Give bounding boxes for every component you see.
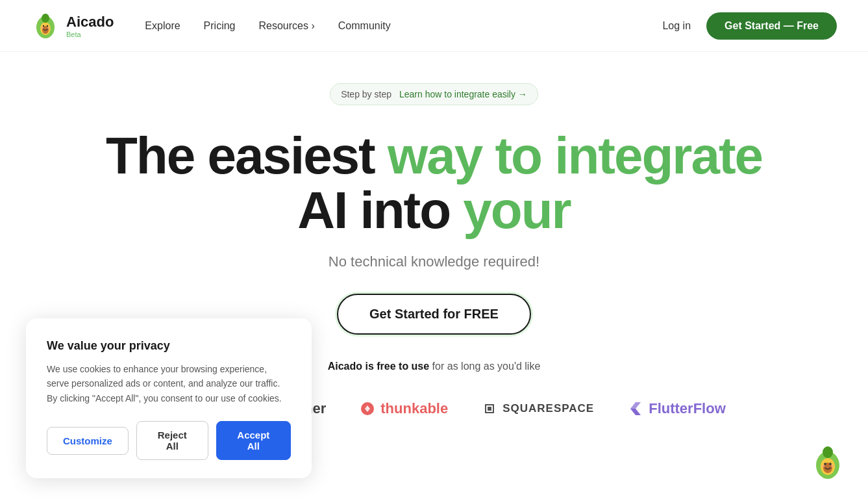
floating-avocado-icon: [808, 442, 847, 481]
hero-title-dark-1: The easiest: [106, 127, 388, 185]
hero-title-dark-2: AI into: [297, 181, 463, 239]
squarespace-label: SQUARESPACE: [502, 402, 594, 415]
accept-all-button[interactable]: Accept All: [216, 421, 291, 460]
login-button[interactable]: Log in: [662, 20, 691, 32]
reject-all-button[interactable]: Reject All: [136, 421, 208, 460]
cookie-title: We value your privacy: [47, 339, 291, 353]
customize-button[interactable]: Customize: [47, 427, 129, 455]
svg-point-12: [823, 446, 833, 458]
step-label: Step by step: [341, 89, 391, 99]
flutter-icon: [628, 401, 643, 416]
squarespace-icon: [482, 401, 497, 416]
floating-avocado: [808, 442, 847, 481]
nav-resources[interactable]: Resources ›: [259, 20, 315, 32]
free-text-bold: Aicado is free to use: [328, 361, 430, 372]
svg-point-13: [824, 463, 826, 465]
step-link: Learn how to integrate easily →: [399, 89, 527, 99]
nav-explore[interactable]: Explore: [145, 20, 180, 32]
logo-name: Aicado: [66, 14, 114, 31]
thunkable-logo: thunkable: [360, 400, 448, 417]
logo-link[interactable]: Aicado Beta: [31, 12, 114, 40]
hero-cta-button[interactable]: Get Started for FREE: [337, 294, 531, 335]
nav-pricing[interactable]: Pricing: [204, 20, 236, 32]
flutterflow-logo: FlutterFlow: [628, 400, 726, 417]
svg-point-15: [822, 465, 825, 467]
hero-title: The easiest way to integrate AI into you…: [106, 129, 762, 238]
svg-point-16: [831, 465, 834, 467]
svg-point-6: [41, 27, 43, 28]
nav-community[interactable]: Community: [338, 20, 391, 32]
logo-avocado-icon: [31, 12, 60, 40]
svg-point-5: [47, 25, 48, 26]
hero-title-green-2: your: [463, 181, 570, 239]
svg-point-14: [829, 463, 832, 465]
logo-beta-badge: Beta: [66, 31, 114, 38]
cookie-banner: We value your privacy We use cookies to …: [26, 318, 312, 478]
free-text: Aicado is free to use for as long as you…: [328, 361, 541, 372]
hero-subtitle: No technical knowledge required!: [329, 253, 539, 270]
svg-point-4: [43, 25, 44, 26]
step-badge[interactable]: Step by step Learn how to integrate easi…: [330, 83, 538, 105]
thunkable-label: thunkable: [380, 400, 448, 417]
hero-title-green-1: way to integrate: [388, 127, 762, 185]
flutterflow-label: FlutterFlow: [649, 400, 726, 417]
thunkable-icon: [360, 401, 375, 416]
navbar: Aicado Beta Explore Pricing Resources › …: [0, 0, 868, 52]
svg-point-3: [42, 14, 49, 23]
svg-point-7: [47, 27, 50, 28]
cookie-body: We use cookies to enhance your browsing …: [47, 362, 291, 405]
nav-right-area: Log in Get Started — Free: [662, 12, 837, 40]
free-text-rest: for as long as you'd like: [429, 361, 540, 372]
nav-links: Explore Pricing Resources › Community: [145, 20, 662, 32]
cookie-buttons: Customize Reject All Accept All: [47, 421, 291, 460]
squarespace-logo: SQUARESPACE: [482, 401, 594, 416]
nav-cta-button[interactable]: Get Started — Free: [706, 12, 837, 40]
